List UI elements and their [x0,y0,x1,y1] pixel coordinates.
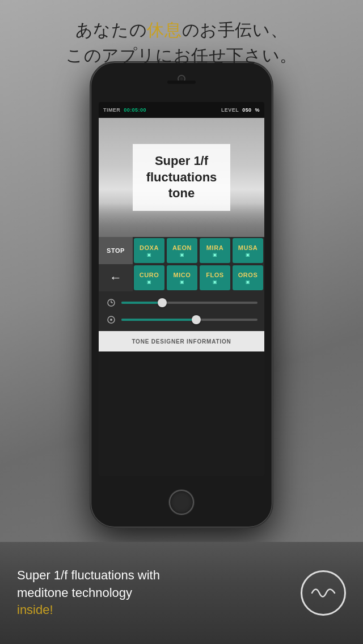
headline-line2: このアプリにお任せ下さい。 [66,43,297,68]
volume-icon [105,314,117,325]
level-label: LEVEL [221,107,239,113]
svg-point-4 [110,319,112,321]
timer-slider-row [105,296,258,310]
phone-device: TIMER 00:05:00 LEVEL 050 % Super 1/f flu… [91,62,272,527]
phone-body: TIMER 00:05:00 LEVEL 050 % Super 1/f flu… [91,62,272,527]
bottom-desc-line1: Super 1/f fluctuations with [17,567,289,584]
volume-slider-track[interactable] [121,319,258,321]
timer-value: 00:05:00 [124,107,146,113]
tone-button-flos[interactable]: FLOS ▣ [200,265,230,290]
timer-slider-thumb[interactable] [158,298,167,307]
info-text: TONE DESIGNER INFORMATION [132,338,231,345]
timer-label: TIMER [103,107,120,113]
tone-button-musa[interactable]: MUSA ▣ [233,238,263,263]
top-text-area: あなたの休息のお手伝い、 このアプリにお任せ下さい。 [0,0,363,85]
bottom-desc-line2: meditone technology [17,584,289,602]
bottom-desc-highlight: inside! [17,601,289,619]
volume-slider-thumb[interactable] [192,315,201,324]
info-bar[interactable]: TONE DESIGNER INFORMATION [99,331,264,351]
timer-icon [105,297,117,308]
highlight-text: 休息 [147,20,182,39]
tone-button-mico[interactable]: MICO ▣ [167,265,197,290]
logo-circle [301,570,346,616]
button-row-2: ← CURO ▣ MICO ▣ FLOS ▣ OROS [99,264,264,291]
tone-button-doxa[interactable]: DOXA ▣ [134,238,164,263]
headline-line1: あなたの休息のお手伝い、 [75,17,288,43]
tone-button-aeon[interactable]: AEON ▣ [167,238,197,263]
phone-home-button[interactable] [169,490,194,515]
phone-screen: TIMER 00:05:00 LEVEL 050 % Super 1/f flu… [99,102,264,476]
tone-button-curo[interactable]: CURO ▣ [134,265,164,290]
tone-button-oros[interactable]: OROS ▣ [233,265,263,290]
stop-button[interactable]: STOP [99,237,133,264]
button-row-1: STOP DOXA ▣ AEON ▣ MIRA ▣ MU [99,237,264,264]
sliders-area [99,291,264,331]
back-button[interactable]: ← [99,264,133,291]
timer-slider-fill [121,302,162,304]
volume-slider-fill [121,319,196,321]
percent-label: % [255,107,260,113]
tone-title-box: Super 1/f fluctuations tone [133,144,231,211]
volume-slider-row [105,313,258,327]
logo-svg [309,584,337,601]
controls-area: STOP DOXA ▣ AEON ▣ MIRA ▣ MU [99,237,264,291]
status-bar: TIMER 00:05:00 LEVEL 050 % [99,102,264,118]
tone-name: Super 1/f fluctuations tone [146,153,217,202]
tone-image-area: Super 1/f fluctuations tone [99,118,264,237]
timer-slider-track[interactable] [121,302,258,304]
tone-button-mira[interactable]: MIRA ▣ [200,238,230,263]
level-value: 050 [242,107,251,113]
bottom-bar: Super 1/f fluctuations with meditone tec… [0,542,363,644]
bottom-description: Super 1/f fluctuations with meditone tec… [17,567,289,619]
